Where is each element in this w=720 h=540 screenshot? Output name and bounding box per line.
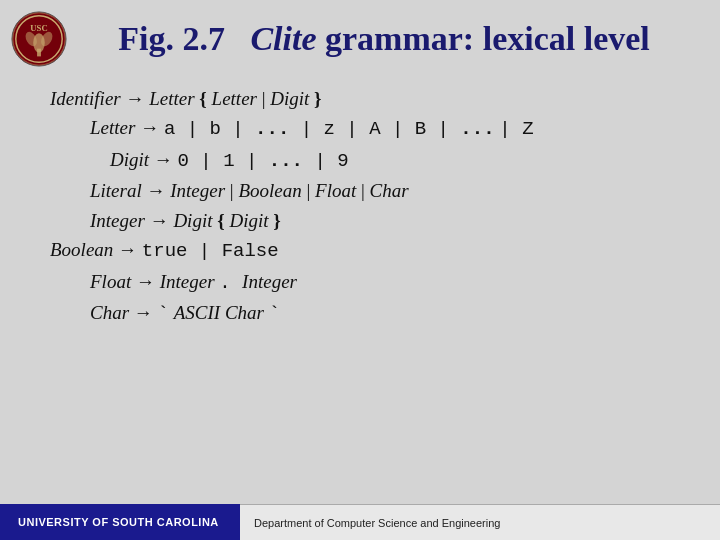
digit2: Digit (110, 149, 149, 170)
arrow5: → (150, 210, 174, 231)
ascii-char: ASCII Char (174, 302, 269, 323)
grammar-line-identifier: Identifier → Letter { Letter | Digit } (50, 84, 690, 113)
float-label: Float (315, 180, 356, 201)
pipe-lit2: | (307, 180, 316, 201)
header: USC Fig. 2.7 Clite grammar: lexical leve… (0, 0, 720, 76)
title-rest: grammar: lexical level (325, 20, 650, 57)
main-title: Fig. 2.7 Clite grammar: lexical level (68, 19, 700, 60)
usc-logo: USC (10, 10, 68, 68)
arrow7: → (136, 271, 160, 292)
brace-close2: } (273, 210, 281, 231)
arrow8: → (134, 302, 158, 323)
integer2: Integer (160, 271, 215, 292)
letter-vals2: | Z (499, 118, 533, 140)
arrow2: → (140, 117, 164, 138)
integer3: Integer (242, 271, 297, 292)
footer-left: UNIVERSITY OF SOUTH CAROLINA (0, 504, 240, 540)
digit-vals: 0 | 1 | ... | 9 (178, 150, 349, 172)
title-block: Fig. 2.7 Clite grammar: lexical level (68, 19, 700, 60)
university-label: UNIVERSITY OF SOUTH CAROLINA (18, 516, 219, 528)
arrow6: → (118, 239, 142, 260)
footer: UNIVERSITY OF SOUTH CAROLINA Department … (0, 504, 720, 540)
literal-label: Literal (90, 180, 142, 201)
pipe-lit3: | (361, 180, 370, 201)
boolean-label: Boolean (238, 180, 301, 201)
char-label2: Char (90, 302, 129, 323)
department-label: Department of Computer Science and Engin… (254, 517, 500, 529)
grammar-line-letter: Letter → a | b | ... | z | A | B | ... |… (50, 113, 690, 144)
boolean-vals: true | False (142, 240, 279, 262)
arrow1: → (125, 88, 149, 109)
slide: USC Fig. 2.7 Clite grammar: lexical leve… (0, 0, 720, 540)
fig-label: Fig. 2.7 (118, 20, 225, 57)
svg-text:USC: USC (30, 23, 47, 33)
digit1: Digit (270, 88, 309, 109)
integer-label: Integer (90, 210, 145, 231)
letter2: Letter (212, 88, 257, 109)
boolean-label2: Boolean (50, 239, 113, 260)
grammar-line-digit: Digit → 0 | 1 | ... | 9 (50, 145, 690, 176)
float-label2: Float (90, 271, 131, 292)
letter3: Letter (90, 117, 135, 138)
brace-close: } (314, 88, 322, 109)
grammar-line-char: Char → ` ASCII Char ` (50, 298, 690, 329)
char-label: Char (370, 180, 409, 201)
brace-open2: { (217, 210, 229, 231)
quote2: ` (269, 303, 280, 325)
digit4: Digit (229, 210, 268, 231)
grammar-line-boolean: Boolean → true | False (50, 235, 690, 266)
grammar-line-integer: Integer → Digit { Digit } (50, 206, 690, 235)
arrow4: → (146, 180, 170, 201)
letter-vals: a | b | ... | z | A | B | ... (164, 118, 495, 140)
grammar-content: Identifier → Letter { Letter | Digit } L… (0, 76, 720, 504)
grammar-line-literal: Literal → Integer | Boolean | Float | Ch… (50, 176, 690, 205)
letter-label: Letter (149, 88, 194, 109)
grammar-line-float: Float → Integer . Integer (50, 267, 690, 298)
literal-vals: Integer (170, 180, 225, 201)
identifier-label: Identifier (50, 88, 121, 109)
quote1: ` (158, 303, 169, 325)
arrow3: → (154, 149, 178, 170)
clite-label: Clite (250, 20, 316, 57)
digit3: Digit (173, 210, 212, 231)
svg-rect-6 (37, 49, 41, 57)
footer-right: Department of Computer Science and Engin… (240, 504, 720, 540)
dot: . (219, 272, 242, 294)
pipe1: | (262, 88, 271, 109)
brace-open: { (199, 88, 211, 109)
